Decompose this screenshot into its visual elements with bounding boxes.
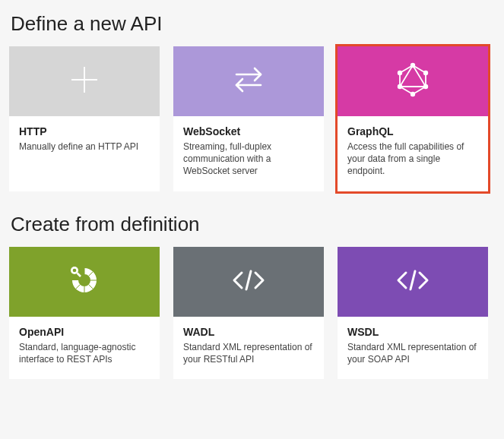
card-title-websocket: WebSocket	[183, 125, 314, 137]
card-body-openapi: OpenAPI Standard, language-agnostic inte…	[9, 317, 160, 379]
svg-point-7	[423, 71, 428, 75]
card-desc-openapi: Standard, language-agnostic interface to…	[19, 341, 150, 365]
svg-line-21	[246, 271, 251, 289]
arrows-bidirectional-icon	[229, 62, 268, 100]
card-title-wsdl: WSDL	[347, 326, 478, 338]
card-body-websocket: WebSocket Streaming, full-duplex communi…	[173, 116, 324, 191]
card-http[interactable]: HTTP Manually define an HTTP API	[9, 46, 160, 191]
svg-point-19	[73, 268, 77, 272]
svg-marker-5	[400, 65, 426, 87]
svg-point-9	[410, 92, 415, 96]
card-title-graphql: GraphQL	[347, 125, 478, 137]
card-body-http: HTTP Manually define an HTTP API	[9, 116, 160, 166]
card-wadl[interactable]: WADL Standard XML representation of your…	[173, 247, 324, 379]
card-top-openapi	[9, 247, 160, 317]
card-top-wadl	[173, 247, 324, 317]
card-desc-wadl: Standard XML representation of your REST…	[183, 341, 314, 365]
svg-point-6	[410, 63, 415, 68]
card-top-graphql	[338, 46, 488, 116]
card-websocket[interactable]: WebSocket Streaming, full-duplex communi…	[173, 46, 324, 191]
card-top-wsdl	[338, 247, 488, 317]
svg-line-22	[410, 271, 415, 289]
code-brackets-icon	[392, 265, 433, 298]
code-brackets-icon	[228, 265, 269, 298]
card-top-websocket	[173, 46, 324, 116]
heading-define-api: Define a new API	[11, 12, 495, 36]
card-body-wsdl: WSDL Standard XML representation of your…	[338, 317, 488, 379]
define-cards-row: HTTP Manually define an HTTP API WebSock…	[9, 46, 495, 191]
card-body-graphql: GraphQL Access the full capabilities of …	[338, 116, 488, 191]
card-title-wadl: WADL	[183, 326, 314, 338]
graphql-icon	[394, 61, 432, 102]
card-wsdl[interactable]: WSDL Standard XML representation of your…	[338, 247, 488, 379]
svg-point-10	[398, 84, 402, 89]
openapi-icon	[65, 261, 103, 302]
create-cards-row: OpenAPI Standard, language-agnostic inte…	[9, 247, 495, 379]
card-body-wadl: WADL Standard XML representation of your…	[173, 317, 324, 379]
card-desc-websocket: Streaming, full-duplex communication wit…	[183, 141, 314, 178]
card-graphql[interactable]: GraphQL Access the full capabilities of …	[338, 46, 488, 191]
svg-line-20	[78, 273, 81, 276]
card-title-openapi: OpenAPI	[19, 326, 150, 338]
plus-icon	[67, 62, 102, 100]
card-top-http	[9, 46, 160, 116]
heading-create-from-definition: Create from definition	[11, 213, 495, 236]
card-openapi[interactable]: OpenAPI Standard, language-agnostic inte…	[9, 247, 160, 379]
card-title-http: HTTP	[19, 125, 150, 137]
svg-point-8	[423, 84, 428, 89]
card-desc-wsdl: Standard XML representation of your SOAP…	[347, 341, 478, 365]
card-desc-http: Manually define an HTTP API	[19, 141, 150, 153]
svg-point-11	[398, 71, 402, 75]
card-desc-graphql: Access the full capabilities of your dat…	[347, 141, 478, 178]
